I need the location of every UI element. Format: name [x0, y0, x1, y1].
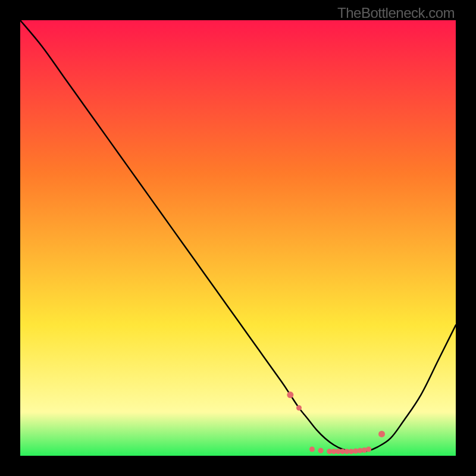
chart-svg — [20, 20, 456, 456]
marker-point — [296, 405, 302, 411]
marker-point — [318, 448, 324, 453]
chart-frame — [20, 20, 456, 456]
watermark-text: TheBottleneck.com — [337, 5, 455, 21]
marker-point — [309, 447, 315, 452]
chart-background — [20, 20, 456, 456]
marker-point — [287, 392, 293, 398]
marker-point — [378, 431, 385, 437]
marker-point — [366, 447, 371, 452]
